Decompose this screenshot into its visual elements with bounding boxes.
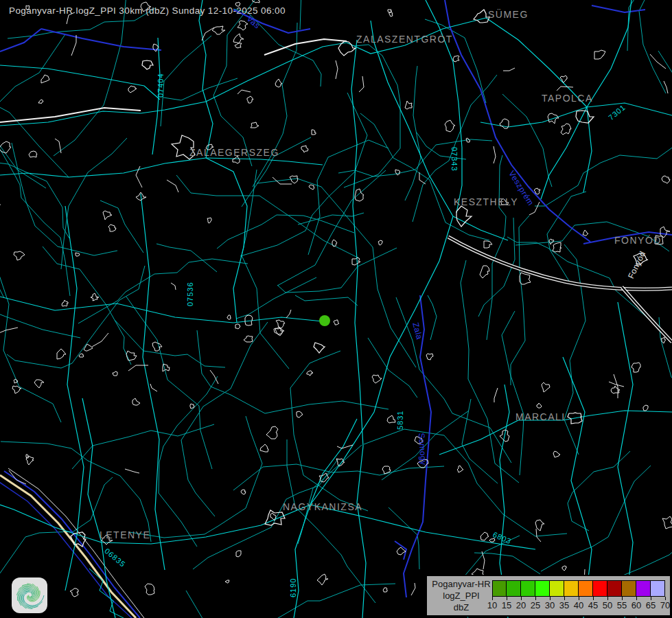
legend-swatch-50	[607, 580, 622, 597]
dbz-color-legend: Poganyvar-HR logZ_PPI dbZ 10152025303540…	[426, 575, 671, 617]
legend-tick-label: 65	[646, 600, 656, 610]
legend-swatch-30	[550, 580, 564, 597]
legend-swatch-10	[492, 580, 507, 597]
legend-caption: Poganyvar-HR logZ_PPI dbZ	[430, 578, 493, 613]
legend-tick-label: 25	[531, 600, 540, 610]
legend-swatch-20	[521, 580, 535, 597]
legend-swatch-65	[651, 580, 665, 597]
legend-swatch-45	[593, 580, 607, 597]
legend-tick-label: 60	[632, 600, 641, 610]
radar-product-title: Poganyvar-HR logZ_PPI 30km (dbZ) Sunday …	[9, 5, 286, 16]
map-label-nagykanizsa: NAGYKANIZSA	[283, 501, 362, 512]
legend-tick-label: 55	[617, 600, 627, 610]
map-label-letenye: LETENYE	[100, 529, 150, 540]
map-label-07343: 07343	[450, 147, 459, 172]
legend-swatch-25	[535, 580, 550, 597]
legend-station: Poganyvar-HR	[430, 578, 493, 590]
weather-service-logo	[12, 577, 47, 613]
legend-tick-label: 40	[574, 600, 583, 610]
map-label-fony-d: FONYÓD	[614, 235, 662, 246]
map-label-zalaegerszeg: ZALAEGERSZEG	[189, 147, 279, 158]
legend-tick-label: 30	[545, 600, 555, 610]
legend-tick-label: 15	[502, 600, 511, 610]
legend-tick-label: 20	[516, 600, 526, 610]
legend-tick-label: 50	[603, 600, 612, 610]
map-label-s-meg: SÜMEG	[488, 9, 529, 20]
legend-swatch-40	[579, 580, 593, 597]
map-label-marcali: MARCALI	[515, 411, 566, 422]
legend-unit: dbZ	[430, 602, 493, 613]
map-label-zalaszentgr-t: ZALASZENTGRÓT	[356, 34, 453, 45]
legend-swatch-55	[622, 580, 636, 597]
map-label-keszthely: KESZTHELY	[454, 196, 518, 207]
map-label-07404: 07404	[157, 73, 165, 98]
legend-tick-label: 45	[588, 600, 598, 610]
map-label-07536: 07536	[186, 282, 194, 306]
legend-scale-numbers: 10152025303540455055606570	[492, 600, 666, 611]
map-label-tapolca: TAPOLCA	[542, 93, 593, 104]
map-label-5831: 5831	[396, 411, 404, 430]
radar-echo-cell	[319, 315, 330, 326]
spiral-vortex-icon	[12, 577, 47, 613]
legend-color-swatches	[492, 580, 665, 597]
legend-tick-label: 10	[487, 600, 497, 610]
legend-swatch-60	[636, 580, 651, 597]
map-label-6190: 6190	[289, 578, 297, 597]
legend-tick-label: 35	[559, 600, 569, 610]
main-highway-white	[0, 39, 672, 342]
radar-viewport: Poganyvar-HR logZ_PPI 30km (dbZ) Sunday …	[0, 0, 672, 618]
legend-swatch-15	[507, 580, 521, 597]
legend-tick-label: 70	[660, 600, 670, 610]
legend-product: logZ_PPI	[430, 590, 493, 602]
legend-swatch-35	[564, 580, 579, 597]
